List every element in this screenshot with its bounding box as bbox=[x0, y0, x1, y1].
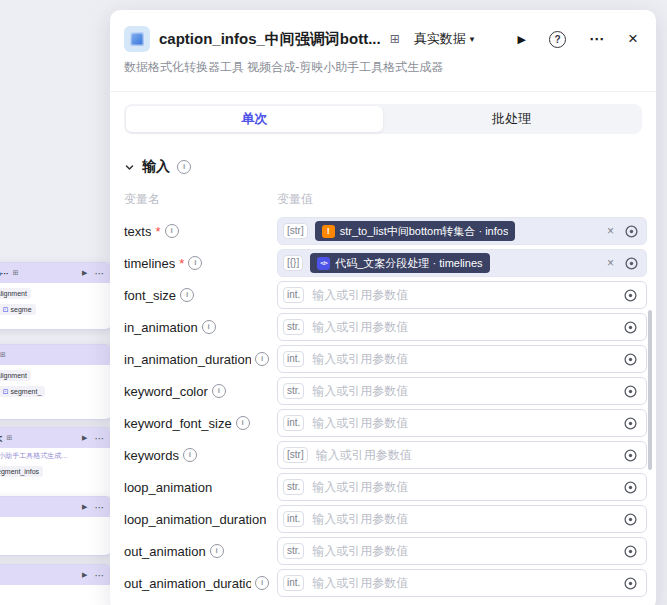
reference-pill[interactable]: !str_to_list中间bottom转集合 · infos bbox=[315, 221, 516, 241]
info-icon[interactable]: i bbox=[236, 416, 250, 430]
node-run-icon[interactable]: ▶ bbox=[82, 571, 87, 579]
node-actions: ▶⋯ bbox=[82, 433, 105, 444]
tab-batch[interactable]: 批处理 bbox=[383, 106, 640, 132]
more-icon[interactable]: ⋯ bbox=[589, 30, 605, 48]
workflow-node[interactable]: ▶⋯⊡user_id bbox=[0, 564, 114, 605]
value-placeholder: 输入或引用参数值 bbox=[312, 287, 613, 304]
node-run-icon[interactable]: ▶ bbox=[82, 434, 87, 442]
node-title: caption_infos_中间强调词bott... bbox=[159, 30, 381, 49]
node-run-icon[interactable]: ▶ bbox=[82, 503, 87, 511]
tab-single[interactable]: 单次 bbox=[126, 106, 383, 132]
param-row: loop_animationstr.输入或引用参数值 bbox=[124, 471, 647, 503]
node-param-row: ⊡user_id bbox=[0, 590, 105, 601]
reference-pill[interactable]: </>代码_文案分段处理 · timelines bbox=[310, 253, 489, 273]
value-placeholder: 输入或引用参数值 bbox=[316, 447, 613, 464]
info-icon[interactable]: i bbox=[183, 448, 197, 462]
node-subtitle: 数据格式化转换器工具 视频合成-剪映小助手工具格式生成器 bbox=[110, 52, 656, 76]
info-icon[interactable]: i bbox=[255, 352, 269, 366]
clear-value-icon[interactable]: × bbox=[601, 256, 614, 270]
workflow-node[interactable]: _中间强调词_b···⊞▶⋯draft_url⊡alignmentsegment… bbox=[0, 262, 114, 330]
node-header: mes⊞▶⋯ bbox=[0, 497, 113, 517]
node-more-icon[interactable]: ⋯ bbox=[95, 268, 106, 279]
select-reference-icon[interactable] bbox=[623, 320, 638, 335]
clear-value-icon[interactable]: × bbox=[601, 224, 614, 238]
select-reference-icon[interactable] bbox=[623, 544, 638, 559]
node-body: ⊡user_id bbox=[0, 585, 113, 605]
node-run-icon[interactable]: ▶ bbox=[82, 269, 87, 277]
node-actions: ▶⋯ bbox=[82, 570, 105, 581]
select-reference-icon[interactable] bbox=[623, 512, 638, 527]
param-value-field[interactable]: str.输入或引用参数值 bbox=[277, 377, 647, 405]
param-value-field[interactable]: [str]!str_to_list中间bottom转集合 · infos× bbox=[277, 217, 647, 245]
param-value-field[interactable]: int.输入或引用参数值 bbox=[277, 345, 647, 373]
param-row: in_animationistr.输入或引用参数值 bbox=[124, 311, 647, 343]
param-value-field[interactable]: str.输入或引用参数值 bbox=[277, 313, 647, 341]
param-name-cell: loop_animation bbox=[124, 480, 277, 495]
value-placeholder: 输入或引用参数值 bbox=[312, 543, 613, 560]
select-reference-icon[interactable] bbox=[624, 224, 639, 239]
value-placeholder: 输入或引用参数值 bbox=[312, 479, 613, 496]
run-icon[interactable]: ▶ bbox=[518, 33, 526, 46]
node-body: draft_url⊡alignmentsegment_ids⊡segme bbox=[0, 283, 113, 321]
type-badge: [str] bbox=[283, 223, 308, 240]
node-header: ▶⋯ bbox=[0, 565, 113, 585]
select-reference-icon[interactable] bbox=[623, 448, 638, 463]
value-placeholder: 输入或引用参数值 bbox=[312, 511, 613, 528]
param-name: loop_animation bbox=[124, 480, 212, 495]
param-name: in_animation_duration bbox=[124, 352, 251, 367]
select-reference-icon[interactable] bbox=[623, 416, 638, 431]
data-mode-dropdown[interactable]: 真实数据 ▾ bbox=[414, 30, 475, 48]
param-value-field[interactable]: int.输入或引用参数值 bbox=[277, 409, 647, 437]
param-name: keywords bbox=[124, 448, 179, 463]
param-value-field[interactable]: [str]输入或引用参数值 bbox=[277, 441, 647, 469]
param-chip: ⊡alignment bbox=[0, 288, 31, 299]
workflow-node[interactable]: mes⊞▶⋯⊡keyframes bbox=[0, 496, 114, 556]
input-section-header[interactable]: 输入 i bbox=[124, 158, 642, 176]
variable-icon: ⊡ bbox=[3, 306, 9, 313]
node-body: draft_url⊡alignmentsegment_ids⊡segment_ bbox=[0, 365, 113, 403]
param-value-field[interactable]: str.输入或引用参数值 bbox=[277, 473, 647, 501]
select-reference-icon[interactable] bbox=[624, 256, 639, 271]
info-icon[interactable]: i bbox=[180, 288, 194, 302]
param-chip: ⊡segment_infos bbox=[0, 466, 43, 477]
workflow-node[interactable]: s_中间强调词⊞draft_url⊡alignmentsegment_ids⊡s… bbox=[0, 344, 114, 420]
param-value-cell: [str]!str_to_list中间bottom转集合 · infos× bbox=[277, 217, 647, 245]
param-value-field[interactable]: int.输入或引用参数值 bbox=[277, 505, 647, 533]
info-icon[interactable]: i bbox=[177, 160, 191, 174]
value-placeholder: 输入或引用参数值 bbox=[312, 351, 613, 368]
value-placeholder: 输入或引用参数值 bbox=[312, 383, 613, 400]
param-value-field[interactable]: int.输入或引用参数值 bbox=[277, 569, 647, 597]
node-detail-icon[interactable]: ⊞ bbox=[390, 32, 400, 46]
param-value-cell: int.输入或引用参数值 bbox=[277, 409, 647, 437]
info-icon[interactable]: i bbox=[210, 544, 224, 558]
select-reference-icon[interactable] bbox=[623, 352, 638, 367]
select-reference-icon[interactable] bbox=[623, 480, 638, 495]
help-icon[interactable]: ? bbox=[549, 31, 566, 48]
node-more-icon[interactable]: ⋯ bbox=[95, 433, 106, 444]
param-name-cell: out_animationi bbox=[124, 544, 277, 559]
select-reference-icon[interactable] bbox=[623, 576, 638, 591]
select-reference-icon[interactable] bbox=[623, 288, 638, 303]
warning-icon: ! bbox=[322, 225, 335, 238]
info-icon[interactable]: i bbox=[165, 224, 179, 238]
chevron-down-icon: ▾ bbox=[470, 34, 475, 44]
info-icon[interactable]: i bbox=[212, 384, 226, 398]
param-value-field[interactable]: str.输入或引用参数值 bbox=[277, 537, 647, 565]
param-row: timelines*i[{}]</>代码_文案分段处理 · timelines× bbox=[124, 247, 647, 279]
param-value-field[interactable]: int.输入或引用参数值 bbox=[277, 281, 647, 309]
divider bbox=[110, 91, 656, 92]
param-value-field[interactable]: [{}]</>代码_文案分段处理 · timelines× bbox=[277, 249, 647, 277]
workflow-node[interactable]: infos_图片放大⊞▶⋯数据格式化-剪映小助手工具格式生成...⊡fsets⊡… bbox=[0, 427, 114, 500]
close-icon[interactable]: × bbox=[628, 29, 638, 49]
info-icon[interactable]: i bbox=[188, 256, 202, 270]
type-badge: int. bbox=[283, 351, 304, 368]
select-reference-icon[interactable] bbox=[623, 384, 638, 399]
node-more-icon[interactable]: ⋯ bbox=[95, 570, 106, 581]
node-more-icon[interactable]: ⋯ bbox=[95, 502, 106, 513]
param-row: keyword_font_sizeiint.输入或引用参数值 bbox=[124, 407, 647, 439]
scrollbar-thumb[interactable] bbox=[648, 310, 652, 470]
info-icon[interactable]: i bbox=[255, 576, 269, 590]
param-row: texts*i[str]!str_to_list中间bottom转集合 · in… bbox=[124, 215, 647, 247]
param-value-cell: [str]输入或引用参数值 bbox=[277, 441, 647, 469]
info-icon[interactable]: i bbox=[202, 320, 216, 334]
